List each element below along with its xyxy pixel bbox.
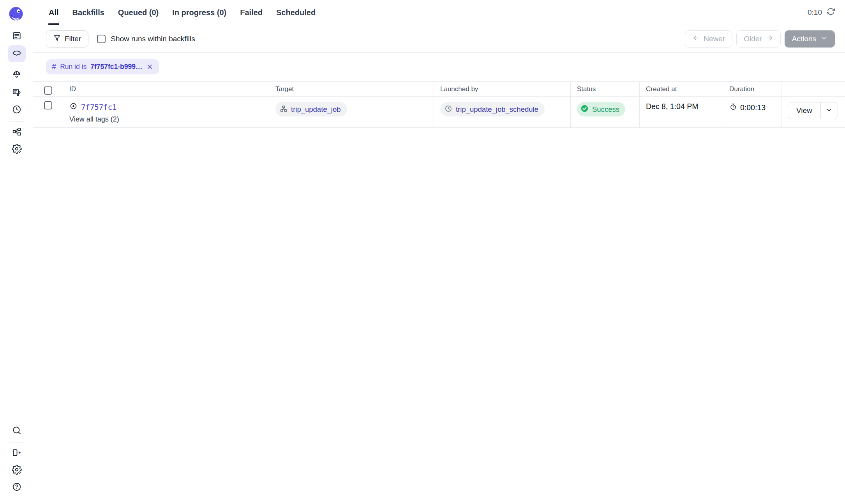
target-job-chip[interactable]: trip_update_job [275,102,347,116]
filter-funnel-icon [53,34,61,44]
filter-button-label: Filter [65,35,81,43]
column-header-id: ID [63,82,269,96]
clock-icon [445,105,452,114]
view-button[interactable]: View [788,102,820,119]
sidebar-item-help[interactable] [8,479,26,496]
run-id-filter-chip[interactable]: # Run id is 7f757fc1-b999… [46,59,159,74]
filter-chip-prefix: Run id is [60,63,86,71]
created-at-value: Dec 8, 1:04 PM [646,101,698,111]
sidebar-divider [9,121,24,122]
status-label: Success [592,105,619,114]
launched-by-cell: trip_update_job_schedule [434,97,570,127]
clock-icon [12,104,22,116]
sidebar-item-schedules[interactable] [8,102,26,119]
select-all-checkbox[interactable] [44,86,52,95]
refresh-countdown: 0:10 [808,7,835,18]
select-all-cell [33,82,63,96]
success-check-icon [580,104,589,114]
runs-tabs: All Backfills Queued (0) In progress (0)… [49,0,316,25]
dagster-logo[interactable] [7,5,25,23]
column-header-duration: Duration [723,82,781,96]
runs-toolbar: Filter Show runs within backfills Newer … [33,25,845,53]
sidebar-item-search[interactable] [8,423,26,440]
show-backfills-toggle[interactable]: Show runs within backfills [97,35,195,43]
runs-table: ID Target Launched by Status Created at … [33,81,845,128]
run-id-cell: 7f757fc1 View all tags (2) [63,97,269,127]
active-filters-row: # Run id is 7f757fc1-b999… [33,53,845,81]
tab-queued[interactable]: Queued (0) [118,0,159,25]
jobs-icon [12,87,22,99]
sidebar-item-deployment[interactable] [8,124,26,141]
sidebar-nav-bottom [0,423,33,496]
filter-chip-value: 7f757fc1-b999… [90,63,142,71]
table-header-row: ID Target Launched by Status Created at … [33,81,845,97]
job-graph-icon [280,105,288,114]
tab-failed[interactable]: Failed [240,0,263,25]
column-header-actions [781,82,845,96]
sidebar-item-user-settings[interactable] [8,462,26,479]
newer-button[interactable]: Newer [685,30,732,48]
older-button-label: Older [744,35,762,43]
pagination-controls: Newer Older Actions [685,30,835,48]
sidebar-nav-top [0,28,33,158]
actions-button-label: Actions [792,35,816,43]
sidebar-item-overview[interactable] [8,28,26,45]
row-select-cell [33,97,63,127]
older-button[interactable]: Older [736,30,780,48]
column-header-created-at: Created at [639,82,723,96]
row-actions-cell: View [781,97,845,127]
sidebar-item-assets[interactable] [8,67,26,85]
run-id-link[interactable]: 7f757fc1 [81,103,117,111]
chevron-down-icon [826,106,833,115]
sidebar [0,0,33,504]
gear-icon [12,144,22,155]
view-split-button: View [788,102,838,119]
sidebar-divider [9,442,24,442]
arrow-right-icon [766,34,773,44]
search-icon [12,425,22,437]
tab-backfills[interactable]: Backfills [72,0,104,25]
tab-in-progress[interactable]: In progress (0) [172,0,226,25]
actions-button[interactable]: Actions [785,30,835,48]
status-badge: Success [577,102,625,116]
table-row: 7f757fc1 View all tags (2) trip_update_j… [33,97,845,128]
remove-filter-icon[interactable] [146,63,153,70]
column-header-status: Status [570,82,639,96]
runs-tabbar: All Backfills Queued (0) In progress (0)… [33,0,845,25]
target-job-label: trip_update_job [291,105,341,114]
column-header-target: Target [269,82,434,96]
show-backfills-label: Show runs within backfills [111,35,195,43]
filter-button[interactable]: Filter [46,30,88,48]
show-backfills-checkbox[interactable] [97,35,106,43]
sidebar-item-jobs[interactable] [8,85,26,102]
launched-by-schedule-chip[interactable]: trip_update_job_schedule [440,102,545,116]
status-cell: Success [570,97,639,127]
refresh-countdown-value: 0:10 [808,8,822,17]
hash-icon: # [52,62,56,71]
sidebar-item-runs[interactable] [8,45,26,62]
refresh-icon[interactable] [827,7,835,18]
view-all-tags-link[interactable]: View all tags (2) [69,115,266,123]
tab-scheduled[interactable]: Scheduled [276,0,316,25]
assets-globe-icon [12,70,22,82]
sidebar-divider [9,65,24,65]
target-cell: trip_update_job [269,97,434,127]
chevron-down-icon [820,34,827,44]
arrow-left-icon [692,34,700,44]
column-header-launched-by: Launched by [434,82,570,96]
run-status-dot-icon [69,102,78,112]
sidebar-item-expand-panel[interactable] [8,445,26,462]
tab-all[interactable]: All [49,0,59,25]
gear-icon [12,465,22,476]
runs-loop-icon [12,48,22,60]
expand-panel-icon [12,448,22,459]
overview-icon [12,31,22,42]
row-checkbox[interactable] [44,101,52,109]
launched-by-label: trip_update_job_schedule [456,105,538,114]
help-icon [12,482,22,493]
newer-button-label: Newer [704,35,725,43]
sidebar-item-settings[interactable] [8,141,26,158]
org-chart-icon [12,127,22,138]
view-dropdown-button[interactable] [820,102,838,119]
stopwatch-icon [729,103,737,113]
